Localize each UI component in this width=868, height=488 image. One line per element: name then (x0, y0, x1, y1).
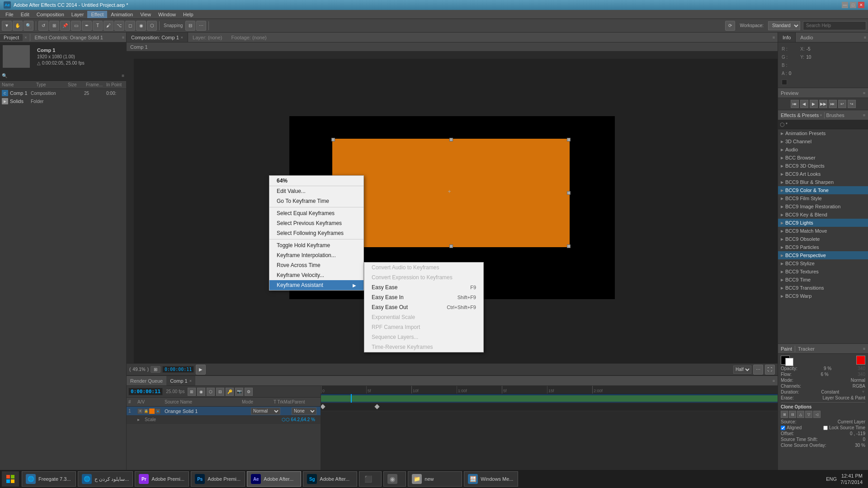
effects-category[interactable]: ▶BCC9 Textures (778, 267, 868, 276)
ctx2-easy-ease[interactable]: Easy Ease F9 (364, 282, 483, 292)
info-tab[interactable]: Info (778, 33, 796, 42)
effects-category[interactable]: ▶BCC9 Time (778, 276, 868, 284)
start-button[interactable] (2, 471, 19, 487)
clone-btn-2[interactable]: ⊟ (789, 411, 796, 418)
paint-menu[interactable]: ≡ (863, 347, 865, 351)
menu-composition[interactable]: Composition (33, 11, 68, 18)
viewer-play[interactable]: ▶ (196, 365, 206, 375)
taskbar-premiere1[interactable]: Pr Adobe Premi... (135, 471, 189, 487)
menu-edit[interactable]: Edit (17, 11, 33, 18)
tool-eraser[interactable]: ◻ (125, 21, 135, 31)
tool-brush[interactable]: 🖌 (104, 21, 113, 31)
tool-clone[interactable]: ⌥ (114, 21, 124, 31)
menu-window[interactable]: Window (155, 11, 179, 18)
taskbar-photoshop[interactable]: Ps Adobe Premi... (191, 471, 245, 487)
tool-select[interactable]: ▼ (2, 21, 12, 31)
audio-tab[interactable]: Audio (796, 33, 817, 42)
preview-first[interactable]: ⏮ (791, 100, 799, 108)
lock-source-checkbox[interactable] (823, 426, 828, 430)
tl-btn-3[interactable]: ⬡ (207, 388, 215, 396)
tool-puppet[interactable]: ⬡ (147, 21, 157, 31)
workspace-select[interactable]: Standard (768, 21, 800, 30)
ctx2-easy-ease-out[interactable]: Easy Ease Out Ctrl+Shift+F9 (364, 302, 483, 312)
effects-category[interactable]: ▶BCC9 Obsolete (778, 235, 868, 243)
panel-menu[interactable]: ≡ (120, 35, 126, 40)
minimize-button[interactable]: — (842, 2, 848, 8)
tool-rect[interactable]: ▭ (71, 21, 81, 31)
effects-category[interactable]: ▶BCC9 Perspective (778, 251, 868, 259)
effects-search-input[interactable] (786, 122, 866, 127)
footage-viewer-tab[interactable]: Footage: (none) (226, 35, 271, 40)
ctx2-easy-ease-in[interactable]: Easy Ease In Shift+F9 (364, 292, 483, 302)
search-input[interactable] (803, 21, 866, 30)
menu-help[interactable]: Help (179, 11, 197, 18)
effects-category[interactable]: ▶BCC9 Art Looks (778, 170, 868, 178)
viewer-fullscreen[interactable]: ⛶ (765, 365, 775, 375)
tracker-tab[interactable]: Tracker (798, 346, 815, 352)
effects-category[interactable]: ▶BCC9 3D Objects (778, 162, 868, 170)
taskbar-unknown2[interactable]: ◉ (383, 471, 406, 487)
tool-unified[interactable]: ⊞ (49, 21, 59, 31)
menu-effect[interactable]: Effect (87, 11, 107, 18)
layer-video[interactable]: ● (155, 408, 160, 414)
tool-zoom[interactable]: 🔍 (24, 21, 33, 31)
taskbar-saapload[interactable]: 🌐 ساپلود کردن ح... (78, 471, 133, 487)
tl-btn-2[interactable]: ◉ (197, 388, 205, 396)
ctx1-rove[interactable]: Rove Across Time (269, 260, 363, 270)
preview-ram[interactable]: ↪ (848, 100, 856, 108)
tool-pen[interactable]: ✒ (82, 21, 92, 31)
effects-tab[interactable]: Effects & Presets (781, 113, 819, 118)
effects-category[interactable]: ▶BCC9 Lights (778, 219, 868, 227)
tl-btn-1[interactable]: ⊞ (188, 388, 196, 396)
brushes-tab[interactable]: Brushes (826, 113, 844, 118)
paint-tab-label[interactable]: Paint (781, 346, 792, 352)
effects-category[interactable]: ▶3D Channel (778, 137, 868, 145)
effects-category[interactable]: ▶BCC9 Stylize (778, 259, 868, 267)
ctx1-select-equal[interactable]: Select Equal Keyframes (269, 208, 363, 218)
paint-color[interactable] (856, 356, 865, 365)
layer-parent-select[interactable]: None (292, 408, 316, 415)
preview-prev[interactable]: ◀ (800, 100, 808, 108)
preview-next[interactable]: ▶▶ (819, 100, 827, 108)
aligned-checkbox[interactable] (781, 426, 785, 430)
tool-text[interactable]: T (93, 21, 103, 31)
ctx1-interpolation[interactable]: Keyframe Interpolation... (269, 250, 363, 260)
clone-btn-3[interactable]: △ (797, 411, 804, 418)
layer-row-1[interactable]: 1 ☀ 🔒 ● Orange Solid 1 Normal (127, 407, 321, 416)
effects-category[interactable]: ▶BCC9 Film Style (778, 194, 868, 202)
effects-category[interactable]: ▶BCC9 Particles (778, 243, 868, 251)
snapping-toggle[interactable]: ⊟ (185, 21, 195, 31)
project-options[interactable]: ≡ (122, 73, 124, 78)
layer-viewer-tab[interactable]: Layer: (none) (188, 35, 226, 40)
project-search-input[interactable] (9, 73, 120, 78)
close-button[interactable]: ✕ (858, 2, 864, 8)
handle-mr[interactable] (567, 191, 571, 195)
background-color[interactable] (785, 358, 793, 366)
tl-btn-4[interactable]: ⊟ (216, 388, 224, 396)
effects-category[interactable]: ▶BCC9 Image Restoration (778, 202, 868, 211)
layer-mode-select[interactable]: Normal (251, 408, 280, 415)
orange-solid[interactable] (332, 139, 570, 247)
tool-rotate[interactable]: ↺ (38, 21, 48, 31)
menu-file[interactable]: File (2, 11, 17, 18)
menu-view[interactable]: View (137, 11, 155, 18)
layer-lock[interactable]: 🔒 (143, 408, 149, 414)
info-panel-menu[interactable]: ≡ (862, 35, 868, 40)
comp1-tab-close[interactable]: × (189, 379, 192, 383)
quality-select[interactable]: HalfFull (733, 366, 751, 374)
ctx1-velocity[interactable]: Keyframe Velocity... (269, 270, 363, 280)
comp-tab-close[interactable]: × (181, 35, 183, 40)
keyframe-diamond-2[interactable] (374, 404, 379, 409)
comp1-timeline-tab[interactable]: Comp 1 × (166, 376, 195, 385)
project-item-comp1[interactable]: C Comp 1 Composition 25 0:00: (0, 89, 126, 97)
tl-btn-6[interactable]: 📷 (235, 388, 243, 396)
taskbar-unknown1[interactable]: ⬛ (359, 471, 382, 487)
ctx1-select-prev[interactable]: Select Previous Keyframes (269, 218, 363, 228)
taskbar-freegate[interactable]: 🌐 Freegate 7.3... (22, 471, 76, 487)
project-tab[interactable]: Project (0, 34, 23, 41)
ctx1-toggle-hold[interactable]: Toggle Hold Keyframe (269, 240, 363, 250)
effects-menu[interactable]: ≡ (863, 113, 865, 117)
effects-category[interactable]: ▶BCC9 Blur & Sharpen (778, 178, 868, 186)
clone-btn-4[interactable]: ▽ (805, 411, 812, 418)
taskbar-windows-me[interactable]: 🪟 Windows Me... (464, 471, 518, 487)
